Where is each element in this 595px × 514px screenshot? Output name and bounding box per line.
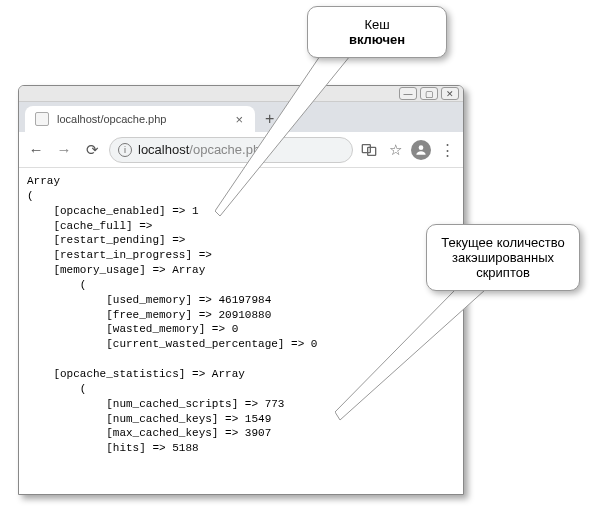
callout-pointer-icon <box>335 290 495 430</box>
code-line: [current_wasted_percentage] => 0 <box>27 338 317 350</box>
menu-icon[interactable]: ⋮ <box>437 140 457 160</box>
svg-marker-1 <box>335 290 485 420</box>
code-line: ( <box>27 383 86 395</box>
callout-text-bold: включен <box>349 32 405 47</box>
code-line: [memory_usage] => Array <box>27 264 205 276</box>
code-line: [num_cached_keys] => 1549 <box>27 413 271 425</box>
code-line: ( <box>27 279 86 291</box>
site-info-icon[interactable]: i <box>118 143 132 157</box>
reload-button[interactable]: ⟳ <box>81 139 103 161</box>
code-line: ( <box>27 190 34 202</box>
code-line: [restart_in_progress] => <box>27 249 212 261</box>
bookmark-icon[interactable]: ☆ <box>385 140 405 160</box>
url-host: localhost <box>138 142 189 157</box>
callout-text: скриптов <box>476 265 530 280</box>
callout-text: Текущее количество <box>441 235 564 250</box>
svg-marker-0 <box>215 56 350 216</box>
code-line: [free_memory] => 20910880 <box>27 309 271 321</box>
maximize-button[interactable]: ▢ <box>420 87 438 100</box>
tab-title: localhost/opcache.php <box>57 113 233 125</box>
callout-cache-enabled: Кеш включен <box>307 6 447 58</box>
favicon-icon <box>35 112 49 126</box>
code-line: Array <box>27 175 60 187</box>
window-controls: — ▢ ✕ <box>399 87 459 100</box>
close-button[interactable]: ✕ <box>441 87 459 100</box>
svg-point-4 <box>419 145 424 150</box>
code-line: [opcache_statistics] => Array <box>27 368 245 380</box>
svg-rect-3 <box>368 147 376 155</box>
code-line: [cache_full] => <box>27 220 152 232</box>
code-line: [opcache_enabled] => 1 <box>27 205 199 217</box>
code-line: [restart_pending] => <box>27 234 185 246</box>
minimize-button[interactable]: — <box>399 87 417 100</box>
back-button[interactable]: ← <box>25 139 47 161</box>
code-line: [hits] => 5188 <box>27 442 199 454</box>
profile-avatar-icon[interactable] <box>411 140 431 160</box>
code-line: [wasted_memory] => 0 <box>27 323 238 335</box>
callout-pointer-icon <box>215 56 365 226</box>
forward-button[interactable]: → <box>53 139 75 161</box>
callout-cached-scripts: Текущее количество закэшированных скрипт… <box>426 224 580 291</box>
code-line: [used_memory] => 46197984 <box>27 294 271 306</box>
callout-text: закэшированных <box>452 250 554 265</box>
code-line: [max_cached_keys] => 3907 <box>27 427 271 439</box>
code-line: [num_cached_scripts] => 773 <box>27 398 284 410</box>
callout-text: Кеш <box>364 17 389 32</box>
